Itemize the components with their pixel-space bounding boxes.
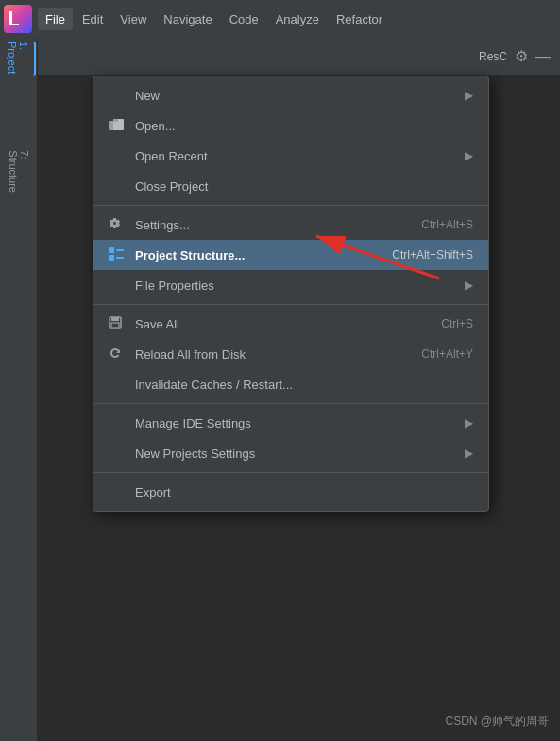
- breadcrumb-text: ResC: [479, 50, 507, 63]
- menu-item-new-projects[interactable]: New Projects Settings ▶: [93, 438, 488, 468]
- menu-item-save-all-shortcut: Ctrl+S: [441, 317, 473, 330]
- save-all-icon: [109, 316, 127, 332]
- menu-item-export[interactable]: Export: [93, 477, 488, 507]
- menu-item-open-recent[interactable]: Open Recent ▶: [93, 141, 488, 171]
- menu-item-reload-label: Reload All from Disk: [135, 347, 406, 362]
- manage-ide-arrow-icon: ▶: [465, 416, 473, 429]
- menu-code[interactable]: Code: [222, 8, 266, 30]
- open-recent-arrow-icon: ▶: [465, 149, 473, 162]
- menu-item-open-recent-label: Open Recent: [135, 149, 457, 163]
- file-dropdown-menu: New ▶ Open... Open Recent ▶: [93, 76, 489, 512]
- sidebar: 1: Project 7: Structure: [0, 38, 38, 741]
- separator-4: [93, 472, 488, 473]
- svg-rect-2: [9, 11, 12, 25]
- menu-navigate[interactable]: Navigate: [156, 8, 219, 30]
- menu-item-open[interactable]: Open...: [93, 110, 488, 141]
- svg-rect-7: [109, 255, 114, 261]
- new-projects-arrow-icon: ▶: [465, 446, 473, 460]
- menu-item-save-all-label: Save All: [135, 317, 426, 331]
- menu-item-project-structure-shortcut: Ctrl+Alt+Shift+S: [392, 248, 473, 261]
- menu-item-file-properties-label: File Properties: [135, 278, 457, 293]
- reload-icon: [109, 346, 127, 362]
- main-area: 1: Project 7: Structure ResC ⚙ — New ▶: [0, 38, 560, 741]
- menu-item-new-projects-label: New Projects Settings: [135, 446, 457, 461]
- menu-item-reload-shortcut: Ctrl+Alt+Y: [421, 347, 473, 361]
- menu-item-project-structure-label: Project Structure...: [135, 248, 377, 262]
- menu-item-invalidate[interactable]: Invalidate Caches / Restart...: [93, 369, 488, 399]
- settings-gear-icon[interactable]: ⚙: [515, 47, 528, 65]
- watermark: CSDN @帅气的周哥: [445, 714, 549, 730]
- menu-item-invalidate-label: Invalidate Caches / Restart...: [135, 378, 473, 392]
- minimize-icon[interactable]: —: [535, 48, 551, 65]
- menu-item-open-label: Open...: [135, 119, 473, 133]
- project-structure-icon: [109, 247, 127, 263]
- menu-item-save-all[interactable]: Save All Ctrl+S: [93, 309, 488, 339]
- separator-1: [93, 205, 488, 206]
- separator-3: [93, 403, 488, 404]
- menu-item-settings[interactable]: Settings... Ctrl+Alt+S: [93, 210, 488, 240]
- menu-item-file-properties[interactable]: File Properties ▶: [93, 270, 488, 300]
- separator-2: [93, 304, 488, 305]
- menu-item-close-project-label: Close Project: [135, 179, 473, 194]
- svg-rect-5: [113, 119, 118, 122]
- menu-item-reload[interactable]: Reload All from Disk Ctrl+Alt+Y: [93, 339, 488, 369]
- menu-item-manage-ide[interactable]: Manage IDE Settings ▶: [93, 408, 488, 438]
- menu-item-settings-label: Settings...: [135, 218, 406, 232]
- open-folder-icon: [109, 118, 127, 134]
- menu-view[interactable]: View: [112, 8, 154, 30]
- content-area: ResC ⚙ — New ▶ Open...: [38, 38, 560, 741]
- menu-item-new[interactable]: New ▶: [93, 80, 488, 110]
- menu-analyze[interactable]: Analyze: [268, 8, 327, 30]
- watermark-text: CSDN @帅气的周哥: [445, 715, 549, 728]
- menu-item-new-label: New: [135, 89, 457, 103]
- new-arrow-icon: ▶: [465, 89, 473, 102]
- svg-rect-11: [111, 317, 119, 321]
- sidebar-item-structure[interactable]: 7: Structure: [2, 155, 36, 189]
- svg-rect-12: [111, 323, 119, 328]
- svg-rect-6: [109, 247, 114, 253]
- file-properties-arrow-icon: ▶: [465, 278, 473, 292]
- svg-rect-9: [116, 257, 124, 259]
- menu-refactor[interactable]: Refactor: [329, 8, 390, 30]
- sidebar-item-project[interactable]: 1: Project: [2, 42, 36, 76]
- settings-wrench-icon: [109, 217, 127, 233]
- svg-rect-0: [4, 5, 32, 33]
- menu-item-manage-ide-label: Manage IDE Settings: [135, 416, 457, 430]
- intellij-logo-icon: [4, 5, 32, 33]
- menu-item-project-structure[interactable]: Project Structure... Ctrl+Alt+Shift+S: [93, 240, 488, 270]
- menu-item-export-label: Export: [135, 485, 473, 499]
- menu-item-close-project[interactable]: Close Project: [93, 171, 488, 201]
- menu-file[interactable]: File: [38, 8, 73, 30]
- menu-item-settings-shortcut: Ctrl+Alt+S: [421, 218, 473, 231]
- svg-rect-8: [116, 249, 124, 251]
- menu-edit[interactable]: Edit: [75, 8, 110, 30]
- content-topbar: ResC ⚙ —: [38, 38, 560, 76]
- menu-bar: File Edit View Navigate Code Analyze Ref…: [0, 0, 560, 38]
